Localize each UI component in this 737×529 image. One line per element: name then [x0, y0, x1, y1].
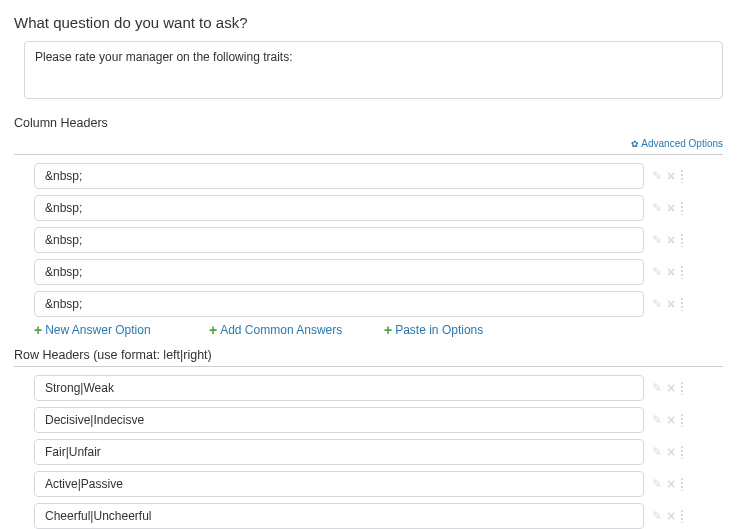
- advanced-options-label: Advanced Options: [641, 138, 723, 149]
- remove-icon[interactable]: ×: [667, 381, 675, 395]
- drag-icon[interactable]: [680, 509, 684, 523]
- drag-icon[interactable]: [680, 477, 684, 491]
- column-option-input[interactable]: [34, 163, 644, 189]
- edit-icon[interactable]: ✎: [652, 446, 662, 458]
- drag-icon[interactable]: [680, 445, 684, 459]
- edit-icon[interactable]: ✎: [652, 382, 662, 394]
- remove-icon[interactable]: ×: [667, 201, 675, 215]
- remove-icon[interactable]: ×: [667, 477, 675, 491]
- drag-icon[interactable]: [680, 413, 684, 427]
- gear-icon: ✿: [631, 139, 639, 149]
- drag-icon[interactable]: [680, 201, 684, 215]
- row-option-input[interactable]: [34, 407, 644, 433]
- edit-icon[interactable]: ✎: [652, 234, 662, 246]
- row-option-input[interactable]: [34, 439, 644, 465]
- column-option-input[interactable]: [34, 227, 644, 253]
- edit-icon[interactable]: ✎: [652, 510, 662, 522]
- row-option-row: ✎ ×: [34, 375, 723, 401]
- advanced-options-link[interactable]: ✿Advanced Options: [631, 138, 723, 149]
- drag-icon[interactable]: [680, 233, 684, 247]
- column-option-input[interactable]: [34, 195, 644, 221]
- row-option-row: ✎ ×: [34, 407, 723, 433]
- drag-icon[interactable]: [680, 169, 684, 183]
- row-option-input[interactable]: [34, 503, 644, 529]
- remove-icon[interactable]: ×: [667, 265, 675, 279]
- row-headers-list: ✎ × ✎ × ✎ × ✎ × ✎ ×: [14, 375, 723, 529]
- edit-icon[interactable]: ✎: [652, 170, 662, 182]
- drag-icon[interactable]: [680, 381, 684, 395]
- row-option-row: ✎ ×: [34, 439, 723, 465]
- remove-icon[interactable]: ×: [667, 297, 675, 311]
- new-answer-option-link[interactable]: +New Answer Option: [34, 323, 151, 337]
- paste-in-options-link[interactable]: +Paste in Options: [384, 323, 483, 337]
- drag-icon[interactable]: [680, 297, 684, 311]
- row-option-input[interactable]: [34, 375, 644, 401]
- plus-icon: +: [384, 323, 392, 337]
- remove-icon[interactable]: ×: [667, 445, 675, 459]
- row-option-row: ✎ ×: [34, 471, 723, 497]
- row-headers-title: Row Headers (use format: left|right): [14, 348, 723, 362]
- edit-icon[interactable]: ✎: [652, 478, 662, 490]
- edit-icon[interactable]: ✎: [652, 298, 662, 310]
- remove-icon[interactable]: ×: [667, 233, 675, 247]
- column-headers-list: ✎ × ✎ × ✎ × ✎ × ✎ ×: [14, 163, 723, 317]
- column-option-row: ✎ ×: [34, 291, 723, 317]
- row-option-input[interactable]: [34, 471, 644, 497]
- remove-icon[interactable]: ×: [667, 509, 675, 523]
- column-option-row: ✎ ×: [34, 227, 723, 253]
- row-option-row: ✎ ×: [34, 503, 723, 529]
- column-action-bar: +New Answer Option +Add Common Answers +…: [14, 323, 723, 338]
- paste-in-options-label: Paste in Options: [395, 323, 483, 337]
- add-common-answers-label: Add Common Answers: [220, 323, 342, 337]
- edit-icon[interactable]: ✎: [652, 202, 662, 214]
- add-common-answers-link[interactable]: +Add Common Answers: [209, 323, 342, 337]
- question-text-input[interactable]: Please rate your manager on the followin…: [24, 41, 723, 99]
- column-option-row: ✎ ×: [34, 163, 723, 189]
- question-prompt-label: What question do you want to ask?: [14, 14, 723, 31]
- plus-icon: +: [209, 323, 217, 337]
- drag-icon[interactable]: [680, 265, 684, 279]
- column-option-row: ✎ ×: [34, 195, 723, 221]
- column-option-input[interactable]: [34, 291, 644, 317]
- remove-icon[interactable]: ×: [667, 169, 675, 183]
- new-answer-option-label: New Answer Option: [45, 323, 150, 337]
- plus-icon: +: [34, 323, 42, 337]
- column-option-input[interactable]: [34, 259, 644, 285]
- remove-icon[interactable]: ×: [667, 413, 675, 427]
- column-option-row: ✎ ×: [34, 259, 723, 285]
- edit-icon[interactable]: ✎: [652, 266, 662, 278]
- column-headers-title: Column Headers: [14, 116, 723, 130]
- question-box: Please rate your manager on the followin…: [24, 41, 723, 102]
- edit-icon[interactable]: ✎: [652, 414, 662, 426]
